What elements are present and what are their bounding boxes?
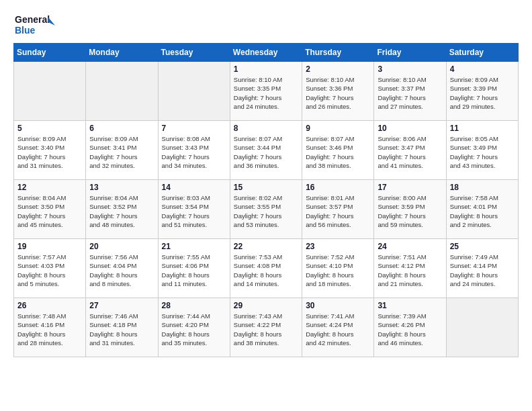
svg-text:Blue: Blue (15, 25, 36, 36)
cell-info: Sunrise: 7:41 AM (306, 312, 370, 320)
calendar-cell: 26Sunrise: 7:48 AMSunset: 4:16 PMDayligh… (14, 298, 86, 357)
cell-info: Daylight: 7 hours (378, 93, 442, 102)
cell-info: Daylight: 7 hours (162, 152, 226, 161)
day-number: 8 (234, 124, 298, 133)
calendar-cell: 25Sunrise: 7:49 AMSunset: 4:14 PMDayligh… (446, 239, 518, 298)
cell-info: Sunrise: 8:10 AM (234, 75, 298, 84)
col-header-sunday: Sunday (14, 44, 86, 62)
calendar-cell: 11Sunrise: 8:05 AMSunset: 3:49 PMDayligh… (446, 121, 518, 180)
day-number: 22 (234, 242, 298, 251)
calendar-cell: 16Sunrise: 8:01 AMSunset: 3:57 PMDayligh… (302, 180, 374, 239)
day-number: 20 (89, 242, 154, 251)
cell-info: and 38 minutes. (306, 161, 370, 170)
cell-info: and 27 minutes. (378, 102, 442, 111)
calendar-table: SundayMondayTuesdayWednesdayThursdayFrid… (13, 43, 519, 357)
cell-info: and 46 minutes. (378, 338, 442, 347)
calendar-cell: 12Sunrise: 8:04 AMSunset: 3:50 PMDayligh… (14, 180, 86, 239)
calendar-cell (86, 62, 158, 121)
header-row: SundayMondayTuesdayWednesdayThursdayFrid… (14, 44, 519, 62)
week-row-2: 5Sunrise: 8:09 AMSunset: 3:40 PMDaylight… (14, 121, 519, 180)
cell-info: Sunrise: 7:52 AM (306, 253, 370, 261)
cell-info: Daylight: 8 hours (450, 271, 515, 279)
day-number: 2 (306, 64, 370, 74)
cell-info: and 31 minutes. (89, 338, 154, 347)
cell-info: Daylight: 7 hours (162, 212, 226, 220)
cell-info: Sunrise: 8:06 AM (378, 134, 442, 143)
day-number: 7 (162, 124, 226, 133)
day-number: 3 (378, 64, 442, 74)
cell-info: Sunrise: 8:04 AM (17, 193, 82, 202)
day-number: 19 (17, 242, 82, 251)
cell-info: Daylight: 8 hours (378, 271, 442, 279)
header: GeneralBlue (13, 11, 519, 38)
cell-info: Sunrise: 8:04 AM (89, 193, 154, 202)
cell-info: Sunset: 3:47 PM (378, 143, 442, 152)
day-number: 26 (17, 301, 82, 310)
cell-info: and 5 minutes. (17, 279, 82, 288)
day-number: 24 (378, 242, 442, 251)
calendar-cell: 23Sunrise: 7:52 AMSunset: 4:10 PMDayligh… (302, 239, 374, 298)
cell-info: and 53 minutes. (234, 220, 298, 229)
day-number: 14 (162, 183, 226, 192)
cell-info: Daylight: 8 hours (162, 330, 226, 338)
cell-info: Sunset: 3:41 PM (89, 143, 154, 152)
calendar-cell: 21Sunrise: 7:55 AMSunset: 4:06 PMDayligh… (158, 239, 230, 298)
cell-info: and 59 minutes. (378, 220, 442, 229)
cell-info: Sunset: 4:16 PM (17, 320, 82, 329)
calendar-cell: 15Sunrise: 8:02 AMSunset: 3:55 PMDayligh… (230, 180, 302, 239)
calendar-cell: 5Sunrise: 8:09 AMSunset: 3:40 PMDaylight… (14, 121, 86, 180)
day-number: 11 (450, 124, 515, 133)
cell-info: Sunset: 3:37 PM (378, 84, 442, 93)
cell-info: and 36 minutes. (234, 161, 298, 170)
cell-info: and 43 minutes. (450, 161, 515, 170)
cell-info: Sunrise: 8:01 AM (306, 193, 370, 202)
cell-info: Sunset: 4:24 PM (306, 320, 370, 329)
cell-info: Sunset: 3:50 PM (17, 202, 82, 211)
cell-info: Sunset: 4:10 PM (306, 261, 370, 270)
calendar-cell: 8Sunrise: 8:07 AMSunset: 3:44 PMDaylight… (230, 121, 302, 180)
cell-info: and 24 minutes. (234, 102, 298, 111)
cell-info: Sunrise: 8:05 AM (450, 134, 515, 143)
cell-info: Daylight: 8 hours (306, 330, 370, 338)
day-number: 4 (450, 64, 515, 74)
calendar-cell: 27Sunrise: 7:46 AMSunset: 4:18 PMDayligh… (86, 298, 158, 357)
calendar-cell: 7Sunrise: 8:08 AMSunset: 3:43 PMDaylight… (158, 121, 230, 180)
day-number: 10 (378, 124, 442, 133)
logo-icon: GeneralBlue (13, 11, 60, 38)
cell-info: Sunset: 3:59 PM (378, 202, 442, 211)
cell-info: Sunrise: 8:00 AM (378, 193, 442, 202)
calendar-cell: 6Sunrise: 8:09 AMSunset: 3:41 PMDaylight… (86, 121, 158, 180)
cell-info: Sunset: 3:43 PM (162, 143, 226, 152)
cell-info: and 29 minutes. (450, 102, 515, 111)
cell-info: Sunset: 4:03 PM (17, 261, 82, 270)
cell-info: Daylight: 7 hours (378, 152, 442, 161)
cell-info: Sunset: 3:49 PM (450, 143, 515, 152)
cell-info: Daylight: 8 hours (89, 330, 154, 338)
calendar-cell: 3Sunrise: 8:10 AMSunset: 3:37 PMDaylight… (374, 62, 446, 121)
cell-info: Daylight: 7 hours (234, 152, 298, 161)
day-number: 30 (306, 301, 370, 310)
cell-info: Sunset: 3:52 PM (89, 202, 154, 211)
col-header-friday: Friday (374, 44, 446, 62)
cell-info: Sunrise: 7:51 AM (378, 253, 442, 261)
calendar-cell: 9Sunrise: 8:07 AMSunset: 3:46 PMDaylight… (302, 121, 374, 180)
cell-info: and 2 minutes. (450, 220, 515, 229)
cell-info: Sunset: 4:01 PM (450, 202, 515, 211)
cell-info: and 42 minutes. (306, 338, 370, 347)
cell-info: Daylight: 7 hours (306, 212, 370, 220)
day-number: 1 (234, 64, 298, 74)
cell-info: Sunrise: 7:43 AM (234, 312, 298, 320)
calendar-cell: 29Sunrise: 7:43 AMSunset: 4:22 PMDayligh… (230, 298, 302, 357)
col-header-saturday: Saturday (446, 44, 518, 62)
day-number: 25 (450, 242, 515, 251)
calendar-cell: 17Sunrise: 8:00 AMSunset: 3:59 PMDayligh… (374, 180, 446, 239)
cell-info: Sunset: 4:12 PM (378, 261, 442, 270)
cell-info: Daylight: 7 hours (17, 152, 82, 161)
logo: GeneralBlue (13, 11, 60, 38)
cell-info: Daylight: 7 hours (306, 152, 370, 161)
cell-info: Sunrise: 8:07 AM (306, 134, 370, 143)
cell-info: Daylight: 8 hours (162, 271, 226, 279)
week-row-3: 12Sunrise: 8:04 AMSunset: 3:50 PMDayligh… (14, 180, 519, 239)
day-number: 31 (378, 301, 442, 310)
cell-info: Sunrise: 8:09 AM (89, 134, 154, 143)
